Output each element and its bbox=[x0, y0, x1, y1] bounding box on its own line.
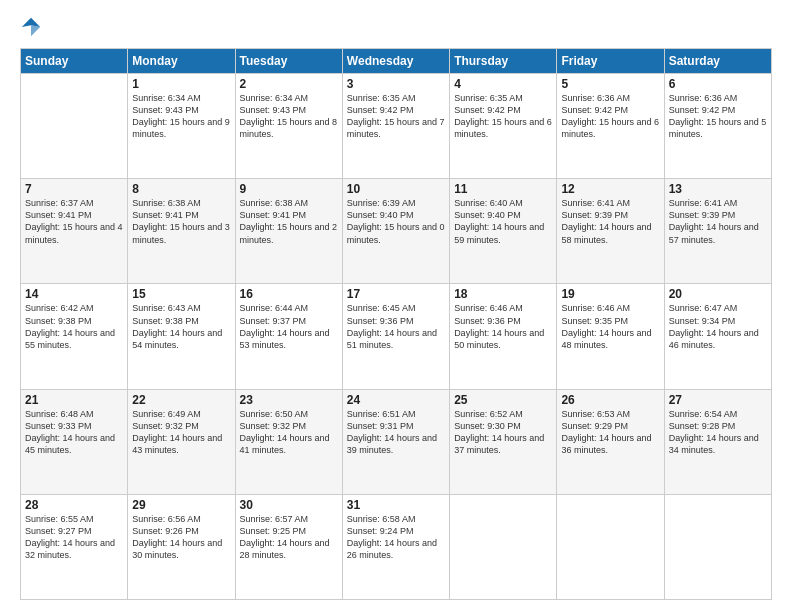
calendar-cell: 22Sunrise: 6:49 AM Sunset: 9:32 PM Dayli… bbox=[128, 389, 235, 494]
calendar-cell: 19Sunrise: 6:46 AM Sunset: 9:35 PM Dayli… bbox=[557, 284, 664, 389]
calendar-cell: 7Sunrise: 6:37 AM Sunset: 9:41 PM Daylig… bbox=[21, 179, 128, 284]
day-number: 26 bbox=[561, 393, 659, 407]
header bbox=[20, 16, 772, 38]
calendar-cell: 26Sunrise: 6:53 AM Sunset: 9:29 PM Dayli… bbox=[557, 389, 664, 494]
day-info: Sunrise: 6:52 AM Sunset: 9:30 PM Dayligh… bbox=[454, 408, 552, 457]
calendar-cell: 13Sunrise: 6:41 AM Sunset: 9:39 PM Dayli… bbox=[664, 179, 771, 284]
day-number: 7 bbox=[25, 182, 123, 196]
day-number: 15 bbox=[132, 287, 230, 301]
calendar-week-row: 21Sunrise: 6:48 AM Sunset: 9:33 PM Dayli… bbox=[21, 389, 772, 494]
day-number: 31 bbox=[347, 498, 445, 512]
calendar-cell: 18Sunrise: 6:46 AM Sunset: 9:36 PM Dayli… bbox=[450, 284, 557, 389]
calendar-cell bbox=[21, 74, 128, 179]
day-info: Sunrise: 6:38 AM Sunset: 9:41 PM Dayligh… bbox=[240, 197, 338, 246]
day-number: 13 bbox=[669, 182, 767, 196]
calendar-cell: 23Sunrise: 6:50 AM Sunset: 9:32 PM Dayli… bbox=[235, 389, 342, 494]
calendar-cell: 8Sunrise: 6:38 AM Sunset: 9:41 PM Daylig… bbox=[128, 179, 235, 284]
calendar-cell: 25Sunrise: 6:52 AM Sunset: 9:30 PM Dayli… bbox=[450, 389, 557, 494]
calendar-cell: 20Sunrise: 6:47 AM Sunset: 9:34 PM Dayli… bbox=[664, 284, 771, 389]
calendar-cell: 14Sunrise: 6:42 AM Sunset: 9:38 PM Dayli… bbox=[21, 284, 128, 389]
weekday-header-cell: Tuesday bbox=[235, 49, 342, 74]
calendar-week-row: 1Sunrise: 6:34 AM Sunset: 9:43 PM Daylig… bbox=[21, 74, 772, 179]
calendar-cell: 16Sunrise: 6:44 AM Sunset: 9:37 PM Dayli… bbox=[235, 284, 342, 389]
calendar-cell: 17Sunrise: 6:45 AM Sunset: 9:36 PM Dayli… bbox=[342, 284, 449, 389]
day-info: Sunrise: 6:36 AM Sunset: 9:42 PM Dayligh… bbox=[561, 92, 659, 141]
day-number: 23 bbox=[240, 393, 338, 407]
day-number: 17 bbox=[347, 287, 445, 301]
day-info: Sunrise: 6:41 AM Sunset: 9:39 PM Dayligh… bbox=[561, 197, 659, 246]
calendar-cell: 3Sunrise: 6:35 AM Sunset: 9:42 PM Daylig… bbox=[342, 74, 449, 179]
calendar-cell: 6Sunrise: 6:36 AM Sunset: 9:42 PM Daylig… bbox=[664, 74, 771, 179]
weekday-header-cell: Saturday bbox=[664, 49, 771, 74]
day-info: Sunrise: 6:38 AM Sunset: 9:41 PM Dayligh… bbox=[132, 197, 230, 246]
calendar-cell: 31Sunrise: 6:58 AM Sunset: 9:24 PM Dayli… bbox=[342, 494, 449, 599]
day-info: Sunrise: 6:40 AM Sunset: 9:40 PM Dayligh… bbox=[454, 197, 552, 246]
day-info: Sunrise: 6:34 AM Sunset: 9:43 PM Dayligh… bbox=[132, 92, 230, 141]
day-number: 20 bbox=[669, 287, 767, 301]
day-info: Sunrise: 6:35 AM Sunset: 9:42 PM Dayligh… bbox=[454, 92, 552, 141]
day-number: 11 bbox=[454, 182, 552, 196]
day-number: 19 bbox=[561, 287, 659, 301]
calendar-cell: 10Sunrise: 6:39 AM Sunset: 9:40 PM Dayli… bbox=[342, 179, 449, 284]
logo bbox=[20, 16, 46, 38]
day-number: 21 bbox=[25, 393, 123, 407]
calendar-cell: 12Sunrise: 6:41 AM Sunset: 9:39 PM Dayli… bbox=[557, 179, 664, 284]
day-info: Sunrise: 6:45 AM Sunset: 9:36 PM Dayligh… bbox=[347, 302, 445, 351]
calendar-cell: 30Sunrise: 6:57 AM Sunset: 9:25 PM Dayli… bbox=[235, 494, 342, 599]
day-number: 25 bbox=[454, 393, 552, 407]
day-info: Sunrise: 6:51 AM Sunset: 9:31 PM Dayligh… bbox=[347, 408, 445, 457]
day-number: 4 bbox=[454, 77, 552, 91]
calendar-cell: 1Sunrise: 6:34 AM Sunset: 9:43 PM Daylig… bbox=[128, 74, 235, 179]
calendar: SundayMondayTuesdayWednesdayThursdayFrid… bbox=[20, 48, 772, 600]
day-number: 22 bbox=[132, 393, 230, 407]
day-info: Sunrise: 6:54 AM Sunset: 9:28 PM Dayligh… bbox=[669, 408, 767, 457]
weekday-header-cell: Thursday bbox=[450, 49, 557, 74]
day-number: 1 bbox=[132, 77, 230, 91]
day-number: 18 bbox=[454, 287, 552, 301]
day-info: Sunrise: 6:42 AM Sunset: 9:38 PM Dayligh… bbox=[25, 302, 123, 351]
calendar-cell: 29Sunrise: 6:56 AM Sunset: 9:26 PM Dayli… bbox=[128, 494, 235, 599]
calendar-cell: 15Sunrise: 6:43 AM Sunset: 9:38 PM Dayli… bbox=[128, 284, 235, 389]
calendar-cell: 2Sunrise: 6:34 AM Sunset: 9:43 PM Daylig… bbox=[235, 74, 342, 179]
day-number: 8 bbox=[132, 182, 230, 196]
calendar-cell bbox=[557, 494, 664, 599]
day-number: 3 bbox=[347, 77, 445, 91]
calendar-cell: 27Sunrise: 6:54 AM Sunset: 9:28 PM Dayli… bbox=[664, 389, 771, 494]
day-number: 2 bbox=[240, 77, 338, 91]
svg-marker-1 bbox=[31, 25, 40, 36]
weekday-header-cell: Sunday bbox=[21, 49, 128, 74]
day-number: 29 bbox=[132, 498, 230, 512]
calendar-week-row: 7Sunrise: 6:37 AM Sunset: 9:41 PM Daylig… bbox=[21, 179, 772, 284]
day-number: 24 bbox=[347, 393, 445, 407]
day-info: Sunrise: 6:44 AM Sunset: 9:37 PM Dayligh… bbox=[240, 302, 338, 351]
day-number: 10 bbox=[347, 182, 445, 196]
day-info: Sunrise: 6:35 AM Sunset: 9:42 PM Dayligh… bbox=[347, 92, 445, 141]
calendar-body: 1Sunrise: 6:34 AM Sunset: 9:43 PM Daylig… bbox=[21, 74, 772, 600]
page: SundayMondayTuesdayWednesdayThursdayFrid… bbox=[0, 0, 792, 612]
calendar-week-row: 14Sunrise: 6:42 AM Sunset: 9:38 PM Dayli… bbox=[21, 284, 772, 389]
calendar-cell: 9Sunrise: 6:38 AM Sunset: 9:41 PM Daylig… bbox=[235, 179, 342, 284]
day-info: Sunrise: 6:41 AM Sunset: 9:39 PM Dayligh… bbox=[669, 197, 767, 246]
day-number: 30 bbox=[240, 498, 338, 512]
day-info: Sunrise: 6:49 AM Sunset: 9:32 PM Dayligh… bbox=[132, 408, 230, 457]
calendar-cell: 11Sunrise: 6:40 AM Sunset: 9:40 PM Dayli… bbox=[450, 179, 557, 284]
day-number: 5 bbox=[561, 77, 659, 91]
day-info: Sunrise: 6:56 AM Sunset: 9:26 PM Dayligh… bbox=[132, 513, 230, 562]
day-number: 6 bbox=[669, 77, 767, 91]
day-info: Sunrise: 6:48 AM Sunset: 9:33 PM Dayligh… bbox=[25, 408, 123, 457]
day-info: Sunrise: 6:57 AM Sunset: 9:25 PM Dayligh… bbox=[240, 513, 338, 562]
calendar-cell: 5Sunrise: 6:36 AM Sunset: 9:42 PM Daylig… bbox=[557, 74, 664, 179]
day-info: Sunrise: 6:46 AM Sunset: 9:36 PM Dayligh… bbox=[454, 302, 552, 351]
day-number: 9 bbox=[240, 182, 338, 196]
day-number: 12 bbox=[561, 182, 659, 196]
day-info: Sunrise: 6:46 AM Sunset: 9:35 PM Dayligh… bbox=[561, 302, 659, 351]
day-info: Sunrise: 6:55 AM Sunset: 9:27 PM Dayligh… bbox=[25, 513, 123, 562]
day-number: 16 bbox=[240, 287, 338, 301]
calendar-cell bbox=[664, 494, 771, 599]
day-info: Sunrise: 6:50 AM Sunset: 9:32 PM Dayligh… bbox=[240, 408, 338, 457]
day-number: 14 bbox=[25, 287, 123, 301]
weekday-header-cell: Monday bbox=[128, 49, 235, 74]
day-info: Sunrise: 6:47 AM Sunset: 9:34 PM Dayligh… bbox=[669, 302, 767, 351]
day-info: Sunrise: 6:53 AM Sunset: 9:29 PM Dayligh… bbox=[561, 408, 659, 457]
weekday-header-row: SundayMondayTuesdayWednesdayThursdayFrid… bbox=[21, 49, 772, 74]
